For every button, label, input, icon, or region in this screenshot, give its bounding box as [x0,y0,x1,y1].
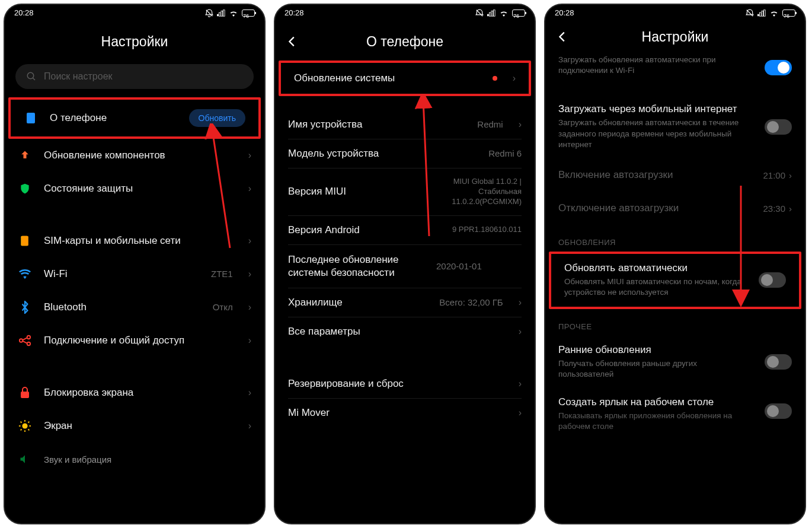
update-button[interactable]: Обновить [189,109,245,127]
setting-label: Включение автозагрузки [558,169,673,181]
setting-desktop-shortcut[interactable]: Создать ярлык на рабочем столе Показыват… [545,388,805,434]
share-icon [18,333,32,348]
wifi-icon [769,9,779,17]
setting-title: Обновлять автоматически [564,262,786,274]
svg-line-24 [28,422,30,423]
item-all-specs[interactable]: Все параметры › [275,317,535,346]
chevron-right-icon: › [248,421,251,431]
settings-item-components-update[interactable]: Обновление компонентов › [5,139,264,172]
search-placeholder: Поиск настроек [44,71,113,82]
settings-item-display[interactable]: Экран › [5,409,264,443]
svg-line-21 [21,422,22,423]
item-value: 9 PPR1.180610.011 [452,225,522,235]
item-android-version[interactable]: Версия Android 9 PPR1.180610.011 [275,216,535,244]
item-value: MIUI Global 11.0.2 | Стабильная 11.0.2.0… [415,177,522,207]
svg-rect-29 [491,11,493,16]
setting-title: Ранние обновления [558,344,792,356]
item-label: Bluetooth [44,301,201,313]
svg-rect-30 [494,9,495,16]
status-time: 20:28 [14,8,34,17]
svg-line-14 [23,341,27,343]
svg-line-22 [28,430,30,431]
notification-dot-icon [493,76,497,81]
screen-header: Настройки [545,18,805,51]
setting-mobile-download[interactable]: Загружать через мобильный интернет Загру… [545,95,805,158]
item-label: Wi-Fi [44,268,199,280]
settings-item-security-status[interactable]: Состояние защиты › [5,172,264,205]
item-value: 2020-01-01 [436,260,482,272]
toggle-early-updates[interactable] [765,354,792,370]
setting-label: Отключение автозагрузки [558,202,679,214]
settings-item-lockscreen[interactable]: Блокировка экрана › [5,376,264,409]
settings-item-sound[interactable]: Звук и вибрация [5,443,264,476]
page-title: Настройки [101,34,168,50]
item-label: Версия Android [288,224,440,236]
settings-item-bluetooth[interactable]: Bluetooth Откл › [5,291,264,324]
settings-item-wifi[interactable]: Wi-Fi ZTE1 › [5,257,264,291]
toggle-mobile-download[interactable] [765,119,792,135]
svg-rect-4 [223,9,225,16]
screen-header: О телефоне [275,18,535,61]
item-value: ZTE1 [211,268,233,280]
setting-early-updates[interactable]: Ранние обновления Получать обновления ра… [545,336,805,388]
setting-value: 21:00 [763,170,785,180]
status-icons: 76 [746,9,795,17]
item-device-name[interactable]: Имя устройства Redmi › [275,110,535,139]
wifi-icon [229,9,238,17]
status-icons: 76 [475,9,525,17]
back-button[interactable] [556,30,569,46]
dnd-icon [475,9,484,17]
wifi-icon [18,267,32,281]
toggle-wifi-auto[interactable] [765,60,792,75]
search-input[interactable]: Поиск настроек [15,64,254,89]
setting-auto-download-wifi[interactable]: Загружать обновления автоматически при п… [545,51,805,84]
svg-rect-33 [757,14,759,16]
status-bar: 20:28 76 [5,5,264,18]
item-security-patch[interactable]: Последнее обновление системы безопасност… [275,245,535,288]
svg-line-23 [21,430,22,431]
svg-rect-28 [490,12,491,16]
setting-value: 23:30 [763,203,785,214]
search-icon [26,71,37,82]
svg-point-16 [22,423,27,428]
svg-rect-36 [764,9,766,16]
signal-icon [217,9,225,17]
settings-item-about-phone[interactable]: О телефоне Обновить [11,100,258,136]
item-label: Модель устройства [288,148,477,160]
svg-point-10 [20,339,23,342]
settings-item-sharing[interactable]: Подключение и общий доступ › [5,324,264,357]
lock-icon [18,386,32,400]
back-button[interactable] [286,35,299,50]
svg-rect-1 [217,14,219,16]
setting-enable-autoload: Включение автозагрузки 21:00› [545,158,805,192]
settings-item-sim[interactable]: SIM-карты и мобильные сети › [5,224,264,257]
item-device-model[interactable]: Модель устройства Redmi 6 [275,139,535,168]
item-system-update[interactable]: Обновление системы › [281,63,529,94]
sim-icon [18,234,32,248]
toggle-auto-update[interactable] [759,272,786,288]
item-label: Подключение и общий доступ [44,335,233,346]
setting-auto-update[interactable]: Обновлять автоматически Обновлять MIUI а… [551,254,799,306]
item-value: Redmi [477,119,503,131]
svg-line-6 [33,78,35,80]
phone-screen-1: 20:28 76 Настройки Поиск настроек О теле… [4,4,266,524]
item-miui-version[interactable]: Версия MIUI MIUI Global 11.0.2 | Стабиль… [275,168,535,215]
svg-rect-3 [221,11,223,16]
item-label: Mi Mover [288,407,503,419]
toggle-shortcut[interactable] [765,403,792,419]
item-label: Обновление компонентов [44,150,233,161]
item-backup-reset[interactable]: Резервирование и сброс › [275,370,535,398]
status-bar: 20:28 76 [545,5,805,18]
status-time: 20:28 [284,8,304,17]
item-storage[interactable]: Хранилище Всего: 32,00 ГБ › [275,288,535,317]
item-label: Версия MIUI [288,186,403,198]
svg-rect-15 [21,392,29,398]
svg-line-13 [23,338,27,340]
item-mi-mover[interactable]: Mi Mover › [275,399,535,427]
chevron-right-icon: › [248,302,251,313]
arrow-up-icon [18,148,32,163]
item-label: Все параметры [288,326,503,338]
item-label: Звук и вибрация [44,454,251,465]
item-label: Хранилище [288,297,427,308]
setting-disable-autoload: Отключение автозагрузки 23:30› [545,192,805,225]
